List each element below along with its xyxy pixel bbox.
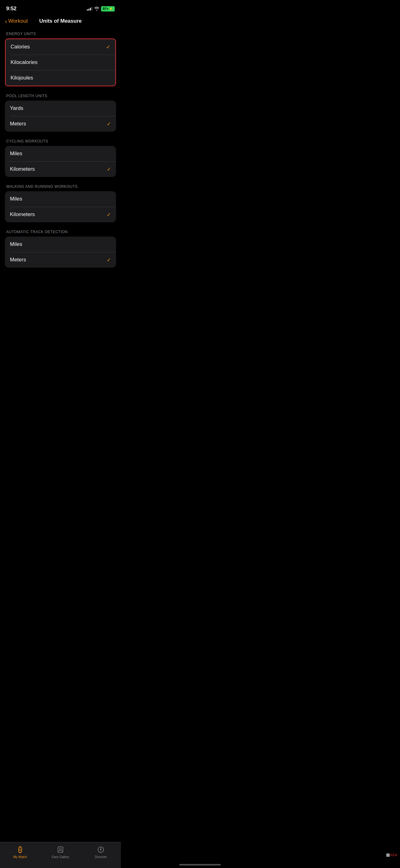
checkmark-pool-length-units-1: ✓ [107, 121, 111, 127]
list-item-label-automatic-track-detection-0: Miles [10, 241, 22, 247]
section-group-cycling-workouts: MilesKilometers✓ [5, 146, 116, 177]
signal-bars-icon [87, 7, 92, 10]
checkmark-cycling-workouts-1: ✓ [107, 166, 111, 173]
back-button[interactable]: ‹ Workout [5, 18, 28, 24]
section-group-walking-running-workouts: MilesKilometers✓ [5, 191, 116, 222]
section-energy-units: ENERGY UNITSCalories✓KilocaloriesKilojou… [5, 32, 116, 86]
list-item-label-pool-length-units-0: Yards [10, 105, 23, 112]
list-item-label-walking-running-workouts-0: Miles [10, 196, 22, 202]
checkmark-energy-units-0: ✓ [106, 44, 110, 50]
checkmark-automatic-track-detection-1: ✓ [107, 257, 111, 263]
list-item-label-energy-units-1: Kilocalories [10, 59, 37, 65]
list-item-label-automatic-track-detection-1: Meters [10, 257, 26, 263]
wifi-icon [94, 7, 99, 10]
list-item-walking-running-workouts-0[interactable]: Miles [5, 191, 116, 207]
section-walking-running-workouts: WALKING AND RUNNING WORKOUTSMilesKilomet… [5, 184, 116, 222]
list-item-label-energy-units-2: Kilojoules [10, 75, 33, 81]
status-time: 9:52 [6, 6, 16, 12]
section-header-pool-length-units: POOL LENGTH UNITS [5, 94, 116, 101]
section-group-energy-units: Calories✓KilocaloriesKilojoules [5, 38, 116, 86]
section-cycling-workouts: CYCLING WORKOUTSMilesKilometers✓ [5, 139, 116, 177]
status-icons: 97+ ⚡ [87, 6, 115, 11]
list-item-label-energy-units-0: Calories [10, 44, 30, 50]
list-item-label-walking-running-workouts-1: Kilometers [10, 211, 35, 218]
page-title: Units of Measure [39, 18, 82, 24]
list-item-energy-units-0[interactable]: Calories✓ [6, 39, 115, 55]
nav-header: ‹ Workout Units of Measure [0, 16, 121, 29]
list-item-label-pool-length-units-1: Meters [10, 121, 26, 127]
section-header-cycling-workouts: CYCLING WORKOUTS [5, 139, 116, 146]
list-item-energy-units-1[interactable]: Kilocalories [6, 55, 115, 70]
list-item-label-cycling-workouts-0: Miles [10, 151, 22, 157]
section-group-pool-length-units: YardsMeters✓ [5, 101, 116, 132]
section-header-automatic-track-detection: AUTOMATIC TRACK DETECTION [5, 230, 116, 237]
back-label: Workout [8, 18, 28, 24]
list-item-pool-length-units-1[interactable]: Meters✓ [5, 116, 116, 132]
list-item-label-cycling-workouts-1: Kilometers [10, 166, 35, 172]
list-item-cycling-workouts-1[interactable]: Kilometers✓ [5, 161, 116, 177]
battery-icon: 97+ ⚡ [101, 6, 115, 11]
back-chevron-icon: ‹ [5, 18, 7, 24]
status-bar: 9:52 97+ ⚡ [0, 0, 121, 16]
section-automatic-track-detection: AUTOMATIC TRACK DETECTIONMilesMeters✓ [5, 230, 116, 268]
checkmark-walking-running-workouts-1: ✓ [107, 211, 111, 218]
content-area: ENERGY UNITSCalories✓KilocaloriesKilojou… [0, 29, 121, 303]
list-item-cycling-workouts-0[interactable]: Miles [5, 146, 116, 161]
section-group-automatic-track-detection: MilesMeters✓ [5, 237, 116, 268]
section-header-energy-units: ENERGY UNITS [5, 32, 116, 38]
list-item-energy-units-2[interactable]: Kilojoules [6, 70, 115, 86]
list-item-automatic-track-detection-0[interactable]: Miles [5, 237, 116, 252]
section-pool-length-units: POOL LENGTH UNITSYardsMeters✓ [5, 94, 116, 132]
list-item-automatic-track-detection-1[interactable]: Meters✓ [5, 252, 116, 268]
list-item-pool-length-units-0[interactable]: Yards [5, 101, 116, 116]
list-item-walking-running-workouts-1[interactable]: Kilometers✓ [5, 207, 116, 222]
section-header-walking-running-workouts: WALKING AND RUNNING WORKOUTS [5, 184, 116, 191]
